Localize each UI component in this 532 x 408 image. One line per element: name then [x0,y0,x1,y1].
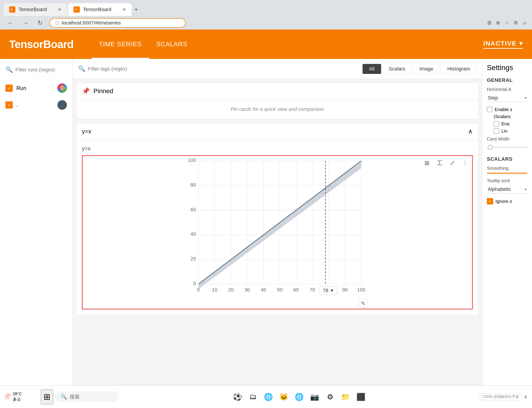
csdn-badge: CSDN @福缺的白手套 [480,393,522,400]
lin-checkbox[interactable] [494,128,499,134]
start-button[interactable]: ⊞ [41,389,53,404]
reader-icon[interactable]: ⊞ [487,20,491,26]
tab-1[interactable]: T TensorBoard ✕ [4,3,67,16]
url-text: localhost:6007/#timeseries [62,20,121,26]
taskbar-weather: ⛈ 28°C 多云 [5,391,39,402]
tooltip-sort-select[interactable]: Alphabetic [487,185,527,194]
taskbar-apps: ⚽ 🗂 🌐 🐱 🌐 📷 ⚙ 📁 ⬛ [121,390,478,404]
lin-checkbox-item: Lin [494,128,527,134]
reload-button[interactable]: ↻ [35,18,45,28]
pinned-header: 📌 Pinned [77,83,478,100]
back-button[interactable]: ← [5,18,16,28]
top-nav: TIME SERIES SCALARS [92,29,195,59]
zoom-icon[interactable]: ⊕ [496,20,500,26]
taskbar-app-1[interactable]: ⚽ [231,390,244,404]
taskbar-app-3[interactable]: 🐱 [277,390,291,404]
weather-alert-icon: ⛈ [5,393,11,400]
svg-text:90: 90 [342,287,348,293]
svg-text:0: 0 [193,280,196,286]
tab-2[interactable]: T TensorBoard ✕ [68,3,131,16]
split-icon[interactable]: ▱ [523,20,527,26]
card-width-label: Card Width [487,136,527,142]
general-section-title: GENERAL [487,77,527,83]
enable-checkbox-item: Enable s [487,107,527,112]
taskbar-app-edge[interactable]: 🌐 [262,390,275,404]
info-icon: ⓘ [55,20,60,26]
browser-chrome: T TensorBoard ✕ T TensorBoard ✕ + ← → ↻ … [0,0,532,29]
taskbar-search[interactable]: 🔍 搜索 [55,392,119,402]
taskbar-chevron[interactable]: ∧ [524,394,527,400]
taskbar-app-terminal[interactable]: ⬛ [354,390,368,404]
svg-text:20: 20 [228,287,234,293]
nav-timeseries[interactable]: TIME SERIES [92,29,149,59]
slider-track [487,147,527,148]
svg-text:40: 40 [261,287,266,293]
taskbar-app-6[interactable]: 📁 [339,390,352,404]
taskbar: ⛈ 28°C 多云 ⊞ 🔍 搜索 ⚽ 🗂 🌐 🐱 🌐 📷 ⚙ 📁 ⬛ CSDN … [0,385,532,408]
run-label-dot: . [16,102,54,108]
new-tab-button[interactable]: + [132,4,140,15]
tensorboard-icon-1: T [9,6,15,13]
run-label-run: Run [16,85,54,91]
run-color-palette: 🎨 [57,83,67,93]
svg-text:20: 20 [191,256,196,262]
enable-checkbox[interactable] [487,107,492,112]
run-checkbox-dot[interactable]: ✓ [5,101,13,109]
ignore-checkbox[interactable]: ✓ [487,198,493,204]
taskbar-app-5[interactable]: ⚙ [323,390,337,404]
filter-tags-input[interactable] [88,66,156,72]
forward-button[interactable]: → [20,18,31,28]
tensorboard-header: TensorBoard TIME SERIES SCALARS INACTIVE… [0,29,532,59]
slider-thumb[interactable] [488,145,493,150]
tab-1-close[interactable]: ✕ [58,7,62,12]
ena-checkbox[interactable] [494,121,499,127]
chart-zoom-button[interactable]: ⊞ [423,158,431,168]
taskbar-search-label: 搜索 [70,393,80,400]
chart-fullscreen-button[interactable]: ⤢ [448,158,457,168]
tag-btn-scalars[interactable]: Scalars [382,64,412,74]
tag-btn-histogram[interactable]: Histogram [441,64,477,74]
taskbar-app-4[interactable]: 📷 [308,390,322,404]
horizontal-axis-label: Horizontal A [487,87,527,92]
taskbar-right: CSDN @福缺的白手套 ∧ [480,393,527,400]
svg-text:100: 100 [188,157,196,163]
taskbar-app-2[interactable]: 🗂 [246,390,260,404]
smoothing-line [487,173,527,174]
chart-pin-button[interactable]: 工 [435,158,445,168]
card-width-slider[interactable] [487,144,527,151]
svg-text:✎: ✎ [361,300,366,306]
filter-runs-input[interactable] [15,67,67,73]
scalars-section-title: SCALARS [487,156,527,162]
tensorboard-icon-2: T [73,6,80,13]
pinned-section: 📌 Pinned Pin cards for a quick view and … [76,83,479,119]
svg-text:80: 80 [191,182,196,188]
taskbar-search-icon: 🔍 [61,394,67,400]
chart-section: y=x ∧ y=x ⊞ 工 ⤢ ⋮ [76,123,479,315]
chart-more-button[interactable]: ⋮ [460,158,470,168]
chart-svg: 0 20 40 60 80 100 0 10 20 30 40 [83,156,472,309]
svg-text:60: 60 [293,287,299,293]
svg-text:50: 50 [277,287,282,293]
settings-icon[interactable]: ⚙ [514,20,518,26]
chart-container[interactable]: ⊞ 工 ⤢ ⋮ [82,155,473,309]
horizontal-axis-select[interactable]: Step [487,94,527,102]
url-box[interactable]: ⓘ localhost:6007/#timeseries [49,18,186,28]
svg-text:30: 30 [244,287,250,293]
settings-panel: Settings GENERAL Horizontal A Step Enabl… [482,59,532,408]
content-area: 🔍 All Scalars Image Histogram 📌 Pinned P… [73,59,482,408]
address-bar: ← → ↻ ⓘ localhost:6007/#timeseries ⊞ ⊕ ☆… [0,16,532,29]
tab-2-label: TensorBoard [83,7,111,12]
inactive-button[interactable]: INACTIVE ▾ [483,40,523,49]
filter-tags-bar: 🔍 All Scalars Image Histogram [73,59,482,79]
chart-section-collapse[interactable]: ∧ [468,128,473,135]
tag-btn-image[interactable]: Image [413,64,440,74]
bookmark-icon[interactable]: ☆ [505,20,509,26]
nav-scalars[interactable]: SCALARS [149,29,195,59]
tag-btn-all[interactable]: All [363,64,381,74]
svg-text:0: 0 [197,287,200,293]
taskbar-app-browser[interactable]: 🌐 [292,390,306,404]
run-checkbox-run[interactable]: ✓ [5,85,13,92]
enable-checkbox-group: Enable s (Scalars: Ena Lin [487,107,527,134]
scalars-label-item: (Scalars: [494,114,527,119]
tab-2-close[interactable]: ✕ [122,7,126,12]
